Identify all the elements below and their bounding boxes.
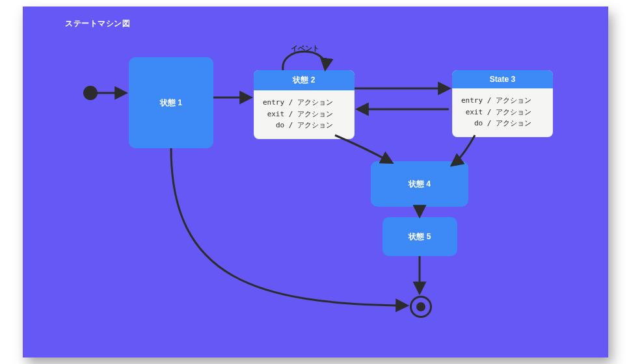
final-state: [410, 296, 432, 318]
state-3-action-exit: exit / アクション: [461, 107, 544, 118]
edge-s2-self: [283, 51, 325, 70]
state-3-title: State 3: [452, 70, 553, 88]
state-2-action-do: do / アクション: [263, 120, 345, 131]
state-3-body: entry / アクション exit / アクション do / アクション: [452, 88, 553, 137]
state-1-label: 状態 1: [160, 98, 182, 109]
final-state-inner: [416, 302, 425, 311]
state-4-label: 状態 4: [409, 179, 431, 190]
edge-s2-to-s4: [335, 135, 392, 162]
state-1: 状態 1: [129, 57, 213, 148]
state-2-action-exit: exit / アクション: [263, 109, 345, 120]
diagram-title: ステートマシン図: [65, 18, 130, 29]
state-3-action-entry: entry / アクション: [461, 95, 544, 107]
state-2-title: 状態 2: [254, 70, 355, 90]
state-2-body: entry / アクション exit / アクション do / アクション: [254, 90, 355, 139]
state-4: 状態 4: [371, 161, 468, 207]
edge-self-state2-label: イベント: [291, 44, 319, 53]
state-2: 状態 2 entry / アクション exit / アクション do / アクシ…: [254, 70, 355, 139]
state-5-label: 状態 5: [409, 231, 431, 242]
edges-layer: [23, 6, 608, 358]
state-2-action-entry: entry / アクション: [263, 97, 345, 109]
state-5: 状態 5: [383, 217, 457, 256]
state-3: State 3 entry / アクション exit / アクション do / …: [452, 70, 553, 137]
initial-state: [83, 86, 98, 100]
state-3-action-do: do / アクション: [461, 118, 544, 129]
diagram-canvas: ステートマシン図 状態 1 状態 2 entry / アクション exit / …: [23, 6, 608, 358]
